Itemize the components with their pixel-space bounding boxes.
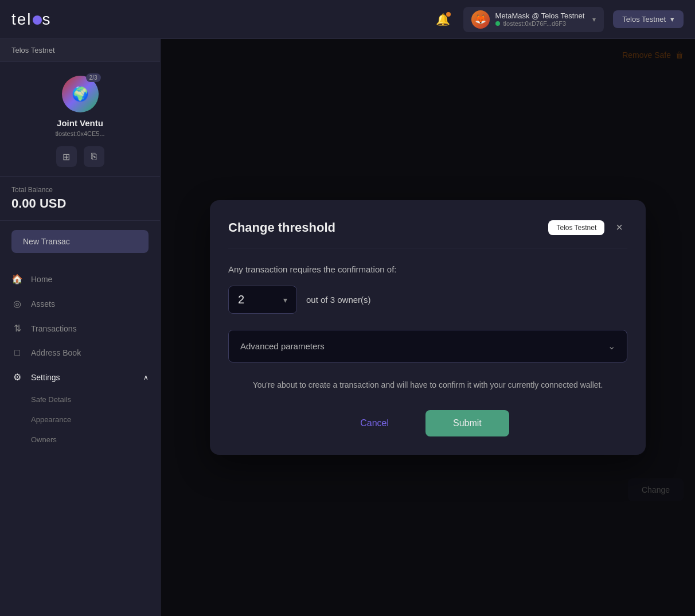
safe-address: tlostest:0x4CE5...: [55, 130, 104, 137]
modal-header-right: Telos Testnet ×: [548, 219, 627, 236]
advanced-parameters-toggle[interactable]: Advanced parameters ⌄: [228, 330, 627, 362]
safe-grid-button[interactable]: ⊞: [56, 146, 77, 167]
transactions-icon: ⇅: [11, 323, 23, 334]
modal-title: Change threshold: [228, 220, 335, 235]
network-button[interactable]: Telos Testnet ▾: [613, 10, 684, 28]
main-content: Remove Safe 🗑 Change Change threshold Te…: [161, 39, 695, 616]
wallet-selector[interactable]: 🦊 MetaMask @ Telos Testnet tlostest:0xD7…: [463, 7, 604, 32]
sidebar-item-label-settings: Settings: [31, 373, 60, 382]
confirm-description: You're about to create a transaction and…: [228, 379, 627, 391]
sidebar-item-owners[interactable]: Owners: [0, 430, 160, 450]
settings-chevron-icon: ∧: [143, 373, 149, 381]
sidebar-item-label-home: Home: [31, 275, 52, 284]
sidebar-tab: Telos Testnet: [0, 39, 160, 62]
modal-actions: Cancel Submit: [228, 410, 627, 436]
wallet-chevron-icon: ▾: [592, 15, 596, 24]
balance-section: Total Balance 0.00 USD: [0, 177, 160, 221]
safe-name: Joint Ventu: [57, 118, 103, 128]
sidebar-item-appearance[interactable]: Appearance: [0, 410, 160, 430]
modal-overlay: Change threshold Telos Testnet × Any tra…: [161, 39, 695, 616]
notification-badge: [446, 12, 451, 17]
safe-actions: ⊞ ⎘: [56, 146, 104, 167]
wallet-info: MetaMask @ Telos Testnet tlostest:0xD76F…: [495, 11, 585, 27]
change-threshold-modal: Change threshold Telos Testnet × Any tra…: [210, 200, 646, 454]
threshold-row: 2 ▾ out of 3 owner(s): [228, 286, 627, 314]
wallet-avatar: 🦊: [471, 10, 490, 29]
settings-subitems: Safe Details Appearance Owners: [0, 389, 160, 450]
sidebar-item-home[interactable]: 🏠 Home: [0, 267, 160, 291]
layout: Telos Testnet 🌍 2/3 Joint Ventu tlostest…: [0, 39, 695, 616]
modal-header: Change threshold Telos Testnet ×: [228, 219, 627, 248]
balance-label: Total Balance: [11, 186, 149, 194]
wallet-address: tlostest:0xD76F...d6F3: [503, 20, 566, 27]
home-icon: 🏠: [11, 274, 23, 284]
sidebar-item-settings[interactable]: ⚙ Settings ∧: [0, 365, 160, 389]
header: tels 🔔 🦊 MetaMask @ Telos Testnet tloste…: [0, 0, 695, 39]
assets-icon: ◎: [11, 298, 23, 309]
threshold-value: 2: [238, 293, 244, 306]
threshold-select[interactable]: 2 ▾: [228, 286, 297, 314]
modal-close-button[interactable]: ×: [611, 219, 627, 236]
address-book-icon: □: [11, 348, 23, 358]
logo: tels: [11, 10, 52, 29]
safe-avatar: 🌍 2/3: [62, 76, 99, 112]
advanced-params-chevron-icon: ⌄: [608, 341, 615, 352]
wallet-name: MetaMask @ Telos Testnet: [495, 11, 585, 20]
sidebar-item-address-book[interactable]: □ Address Book: [0, 341, 160, 365]
sidebar-item-label-address-book: Address Book: [31, 348, 81, 357]
advanced-params-label: Advanced parameters: [240, 341, 325, 351]
sidebar-item-transactions[interactable]: ⇅ Transactions: [0, 316, 160, 341]
confirmation-text: Any transaction requires the confirmatio…: [228, 264, 627, 274]
threshold-label: out of 3 owner(s): [306, 295, 371, 305]
threshold-dropdown-icon: ▾: [283, 295, 287, 305]
logo-dot: [33, 15, 42, 25]
new-transaction-button[interactable]: New Transac: [11, 230, 149, 253]
safe-threshold-badge: 2/3: [86, 73, 101, 82]
sidebar: Telos Testnet 🌍 2/3 Joint Ventu tlostest…: [0, 39, 161, 616]
sidebar-item-label-transactions: Transactions: [31, 324, 77, 333]
cancel-button[interactable]: Cancel: [346, 411, 403, 435]
safe-copy-button[interactable]: ⎘: [84, 146, 104, 167]
modal-network-badge: Telos Testnet: [548, 220, 604, 235]
sidebar-item-label-assets: Assets: [31, 299, 55, 309]
notification-bell[interactable]: 🔔: [432, 9, 454, 30]
settings-icon: ⚙: [11, 372, 23, 383]
sidebar-item-safe-details[interactable]: Safe Details: [0, 389, 160, 410]
logo-text: tels: [11, 10, 52, 29]
network-label: Telos Testnet: [622, 15, 666, 24]
safe-info: 🌍 2/3 Joint Ventu tlostest:0x4CE5... ⊞ ⎘: [0, 62, 160, 177]
sidebar-item-assets[interactable]: ◎ Assets: [0, 291, 160, 316]
balance-amount: 0.00 USD: [11, 196, 149, 211]
network-chevron-icon: ▾: [670, 15, 674, 24]
submit-button[interactable]: Submit: [425, 410, 509, 436]
wallet-status-dot: [495, 21, 500, 26]
nav-items: 🏠 Home ◎ Assets ⇅ Transactions □ Address…: [0, 262, 160, 616]
